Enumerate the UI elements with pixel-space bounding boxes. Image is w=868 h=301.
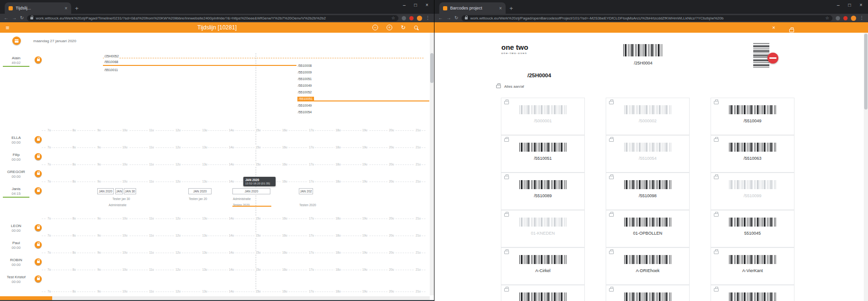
extension-icon[interactable] bbox=[843, 16, 848, 20]
bookmark-star-icon[interactable]: ☆ bbox=[825, 16, 829, 20]
printer-icon[interactable] bbox=[714, 101, 719, 104]
printer-icon[interactable] bbox=[609, 213, 614, 217]
task-box[interactable]: JAN 2020 bbox=[232, 188, 270, 194]
close-panel-icon[interactable]: × bbox=[772, 25, 775, 30]
refresh-button[interactable]: ↻ bbox=[401, 25, 406, 30]
forward-button[interactable]: → bbox=[12, 16, 17, 20]
barcode-card[interactable] bbox=[711, 285, 794, 301]
printer-icon[interactable] bbox=[714, 213, 719, 217]
scrollbar-thumb[interactable] bbox=[864, 34, 868, 109]
person-badge-button[interactable] bbox=[35, 153, 42, 160]
barcode-card[interactable]: 5510045 bbox=[711, 210, 794, 247]
printer-icon[interactable] bbox=[504, 288, 509, 292]
minimize-button[interactable]: – bbox=[837, 3, 840, 8]
task-box[interactable]: JAN 202 bbox=[299, 188, 313, 194]
printer-icon[interactable] bbox=[609, 251, 614, 254]
maximize-button[interactable]: □ bbox=[414, 3, 417, 8]
maximize-button[interactable]: □ bbox=[848, 3, 851, 8]
minimize-button[interactable]: – bbox=[403, 3, 406, 8]
barcode-card[interactable]: 01-KNEDEN bbox=[501, 210, 585, 247]
barcode-card[interactable]: /5510089 bbox=[501, 173, 585, 210]
scrollbar-thumb[interactable] bbox=[0, 296, 52, 300]
printer-icon[interactable] bbox=[714, 176, 719, 179]
task-label[interactable]: /5510009 bbox=[297, 70, 312, 74]
barcode-card[interactable] bbox=[606, 285, 690, 301]
printer-icon[interactable] bbox=[504, 138, 509, 142]
task-label[interactable]: /5510051 bbox=[297, 77, 312, 81]
person-badge-button[interactable] bbox=[35, 170, 42, 177]
barcode-card[interactable]: /5510098 bbox=[606, 173, 690, 210]
close-button[interactable]: × bbox=[425, 3, 428, 8]
printer-icon[interactable] bbox=[504, 101, 509, 104]
barcode-card[interactable]: /5000002 bbox=[606, 98, 690, 135]
vertical-scrollbar[interactable] bbox=[864, 33, 868, 301]
profile-avatar[interactable] bbox=[851, 16, 856, 21]
browser-tab[interactable]: Barcodes project × bbox=[439, 2, 506, 14]
person-badge-button[interactable] bbox=[35, 275, 42, 283]
barcode-card[interactable]: /5510054 bbox=[606, 135, 690, 173]
tab-close-icon[interactable]: × bbox=[499, 6, 502, 11]
person-badge-button[interactable] bbox=[35, 258, 42, 265]
select-all-toggle[interactable]: Alles aan/af bbox=[496, 84, 524, 89]
back-button[interactable]: ← bbox=[438, 16, 443, 20]
extension-icon[interactable] bbox=[836, 16, 840, 20]
extension-icon[interactable] bbox=[409, 16, 414, 20]
barcode-card[interactable] bbox=[501, 285, 585, 301]
browser-menu-icon[interactable]: ⋮ bbox=[859, 16, 864, 20]
new-tab-button[interactable]: + bbox=[75, 5, 79, 12]
person-badge-button[interactable] bbox=[35, 224, 42, 231]
address-bar[interactable]: work.wittouck.eu/Werk%20zij/Pagad/Timeli… bbox=[27, 15, 398, 21]
task-label[interactable]: /5510054 bbox=[297, 110, 312, 114]
search-icon[interactable] bbox=[414, 26, 418, 29]
task-box[interactable]: JAN 30 bbox=[124, 188, 136, 194]
extension-icon[interactable] bbox=[402, 16, 406, 20]
barcode-card[interactable]: 01-OPBOLLEN bbox=[606, 210, 690, 247]
task-label[interactable]: /5510008 bbox=[297, 64, 312, 68]
vertical-scrollbar[interactable] bbox=[430, 33, 434, 295]
scrollbar-thumb[interactable] bbox=[430, 53, 434, 83]
barcode-card[interactable]: A-Cirkel bbox=[501, 247, 585, 285]
printer-icon[interactable] bbox=[714, 251, 719, 254]
printer-icon[interactable] bbox=[504, 213, 509, 217]
reload-button[interactable]: ↻ bbox=[20, 16, 24, 20]
close-button[interactable]: × bbox=[859, 3, 862, 8]
stop-badge[interactable] bbox=[767, 53, 778, 64]
printer-icon[interactable] bbox=[504, 251, 509, 254]
zoom-out-button[interactable]: − bbox=[372, 25, 378, 30]
horizontal-scrollbar[interactable] bbox=[0, 296, 430, 300]
task-label[interactable]: /25H0052 bbox=[104, 54, 119, 58]
printer-icon[interactable] bbox=[609, 288, 614, 292]
new-tab-button[interactable]: + bbox=[509, 5, 513, 12]
task-box[interactable]: JAN 2020 bbox=[188, 188, 212, 194]
hamburger-menu-icon[interactable]: ≡ bbox=[6, 25, 9, 31]
printer-icon[interactable] bbox=[609, 138, 614, 142]
task-label[interactable]: /5510068 bbox=[104, 60, 119, 64]
task-box[interactable]: JAN bbox=[115, 188, 123, 194]
person-badge-button[interactable] bbox=[35, 136, 42, 143]
browser-tab[interactable]: Tijdslij... × bbox=[5, 2, 71, 14]
task-label[interactable]: /5510052 bbox=[297, 90, 312, 94]
barcode-card[interactable]: /5510051 bbox=[501, 135, 585, 173]
forward-button[interactable]: → bbox=[446, 16, 451, 20]
barcode-card[interactable]: /5510099 bbox=[711, 173, 794, 210]
profile-avatar[interactable] bbox=[417, 16, 422, 21]
tab-close-icon[interactable]: × bbox=[65, 6, 67, 11]
printer-icon[interactable] bbox=[504, 176, 509, 179]
zoom-in-button[interactable]: + bbox=[387, 25, 392, 30]
person-badge-button[interactable] bbox=[35, 241, 42, 248]
reload-button[interactable]: ↻ bbox=[454, 16, 458, 20]
task-label[interactable]: /5510049 bbox=[297, 83, 312, 88]
browser-menu-icon[interactable]: ⋮ bbox=[425, 16, 430, 20]
task-label[interactable]: /5510049 bbox=[297, 103, 312, 108]
task-box[interactable]: JAN 2020 bbox=[97, 188, 114, 194]
printer-icon[interactable] bbox=[609, 176, 614, 179]
bookmark-star-icon[interactable]: ☆ bbox=[391, 16, 395, 20]
printer-icon[interactable] bbox=[609, 101, 614, 104]
barcode-card[interactable]: /5000001 bbox=[501, 98, 585, 135]
barcode-card[interactable]: /5510063 bbox=[711, 135, 794, 173]
back-button[interactable]: ← bbox=[4, 16, 9, 20]
barcode-card[interactable]: /5510049 bbox=[711, 98, 794, 135]
printer-icon[interactable] bbox=[714, 288, 719, 292]
calendar-button[interactable] bbox=[12, 36, 21, 45]
address-bar[interactable]: work.wittouck.eu/Werk%20zij/Pagad/openBa… bbox=[462, 15, 832, 21]
